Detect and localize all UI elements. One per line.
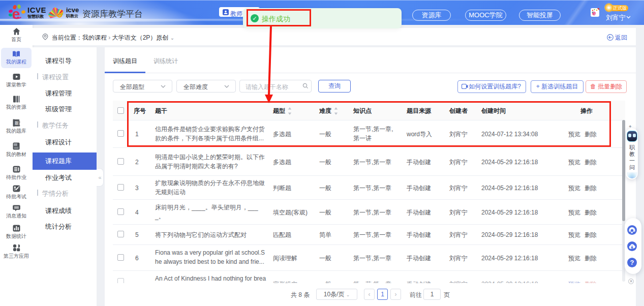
svg-text:题: 题 — [15, 121, 18, 125]
